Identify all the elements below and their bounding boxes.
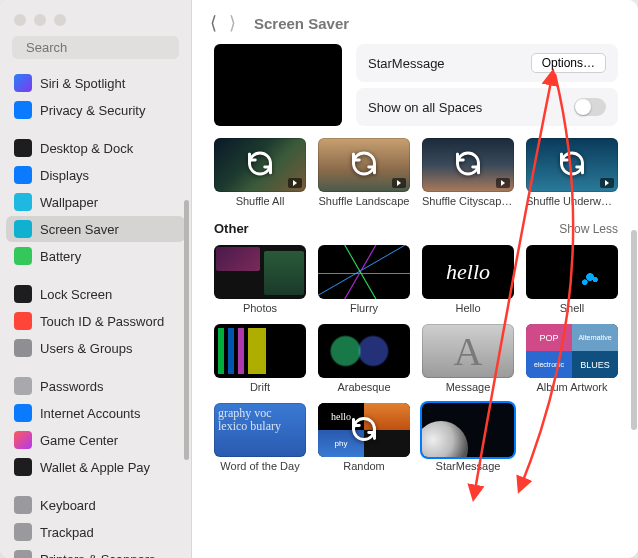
tile-thumbnail xyxy=(526,245,618,299)
saver-tile-album-artwork[interactable]: POPAlternativeelectronicBLUESAlbum Artwo… xyxy=(526,324,618,393)
tile-thumbnail xyxy=(214,245,306,299)
scrollbar-thumb[interactable] xyxy=(184,200,189,460)
play-icon xyxy=(392,178,406,188)
tile-thumbnail xyxy=(526,138,618,192)
sidebar-item-desktop-dock[interactable]: Desktop & Dock xyxy=(6,135,185,161)
sidebar-icon xyxy=(14,139,32,157)
preview-thumbnail[interactable] xyxy=(214,44,342,126)
sidebar-item-label: Screen Saver xyxy=(40,222,119,237)
shuffle-tile[interactable]: Shuffle Cityscape ↓ xyxy=(422,138,514,207)
sidebar-item-internet-accounts[interactable]: Internet Accounts xyxy=(6,400,185,426)
shuffle-tile[interactable]: Shuffle All xyxy=(214,138,306,207)
back-button[interactable]: ⟨ xyxy=(210,12,217,34)
saver-tile-photos[interactable]: Photos xyxy=(214,245,306,314)
saver-tile-random[interactable]: hellophyRandom xyxy=(318,403,410,472)
sidebar-item-label: Lock Screen xyxy=(40,287,112,302)
saver-tile-message[interactable]: AMessage xyxy=(422,324,514,393)
tile-label: Photos xyxy=(214,302,306,314)
play-icon xyxy=(600,178,614,188)
saver-tile-starmessage[interactable]: StarMessage xyxy=(422,403,514,472)
sidebar-item-lock-screen[interactable]: Lock Screen xyxy=(6,281,185,307)
saver-tile-arabesque[interactable]: Arabesque xyxy=(318,324,410,393)
sidebar-item-label: Battery xyxy=(40,249,81,264)
sidebar-icon xyxy=(14,220,32,238)
tile-label: Message xyxy=(422,381,514,393)
sidebar-icon xyxy=(14,550,32,558)
sidebar-item-wallpaper[interactable]: Wallpaper xyxy=(6,189,185,215)
shuffle-tile[interactable]: Shuffle Underwater ↓ xyxy=(526,138,618,207)
play-icon xyxy=(288,178,302,188)
saver-tile-shell[interactable]: Shell xyxy=(526,245,618,314)
tile-label: Shuffle All xyxy=(214,195,306,207)
saver-tile-flurry[interactable]: Flurry xyxy=(318,245,410,314)
tile-thumbnail: POPAlternativeelectronicBLUES xyxy=(526,324,618,378)
sidebar-item-trackpad[interactable]: Trackpad xyxy=(6,519,185,545)
sidebar-item-label: Wallet & Apple Pay xyxy=(40,460,150,475)
shuffle-tile[interactable]: Shuffle Landscape xyxy=(318,138,410,207)
sidebar-icon xyxy=(14,458,32,476)
tile-thumbnail xyxy=(422,403,514,457)
options-button[interactable]: Options… xyxy=(531,53,606,73)
sidebar-item-label: Keyboard xyxy=(40,498,96,513)
sidebar-item-game-center[interactable]: Game Center xyxy=(6,427,185,453)
sidebar-icon xyxy=(14,496,32,514)
sidebar-item-label: Passwords xyxy=(40,379,104,394)
sidebar-item-label: Internet Accounts xyxy=(40,406,140,421)
sidebar-item-displays[interactable]: Displays xyxy=(6,162,185,188)
window: Siri & SpotlightPrivacy & SecurityDeskto… xyxy=(0,0,638,558)
sidebar-item-siri-spotlight[interactable]: Siri & Spotlight xyxy=(6,70,185,96)
sidebar-scrollbar[interactable] xyxy=(184,80,189,508)
sidebar-item-label: Users & Groups xyxy=(40,341,132,356)
sidebar-icon xyxy=(14,312,32,330)
traffic-lights xyxy=(0,0,191,36)
sidebar-item-users-groups[interactable]: Users & Groups xyxy=(6,335,185,361)
sidebar-icon xyxy=(14,431,32,449)
tile-label: Arabesque xyxy=(318,381,410,393)
sidebar-item-keyboard[interactable]: Keyboard xyxy=(6,492,185,518)
sidebar-item-screen-saver[interactable]: Screen Saver xyxy=(6,216,185,242)
sidebar: Siri & SpotlightPrivacy & SecurityDeskto… xyxy=(0,0,192,558)
close-icon[interactable] xyxy=(14,14,26,26)
forward-button: ⟩ xyxy=(229,12,236,34)
sidebar-item-passwords[interactable]: Passwords xyxy=(6,373,185,399)
tile-label: Drift xyxy=(214,381,306,393)
sidebar-item-label: Touch ID & Password xyxy=(40,314,164,329)
tile-label: Shuffle Landscape xyxy=(318,195,410,207)
sidebar-icon xyxy=(14,101,32,119)
selected-name: StarMessage xyxy=(368,56,445,71)
saver-tile-drift[interactable]: Drift xyxy=(214,324,306,393)
tile-thumbnail xyxy=(214,324,306,378)
row-spaces: Show on all Spaces xyxy=(356,88,618,126)
sidebar-item-label: Desktop & Dock xyxy=(40,141,133,156)
sidebar-item-label: Game Center xyxy=(40,433,118,448)
play-icon xyxy=(496,178,510,188)
sidebar-item-privacy-security[interactable]: Privacy & Security xyxy=(6,97,185,123)
saver-tile-hello[interactable]: helloHello xyxy=(422,245,514,314)
tile-label: Hello xyxy=(422,302,514,314)
sidebar-item-printers-scanners[interactable]: Printers & Scanners xyxy=(6,546,185,558)
tile-label: StarMessage xyxy=(422,460,514,472)
tile-label: Shuffle Underwater ↓ xyxy=(526,195,618,207)
spaces-label: Show on all Spaces xyxy=(368,100,482,115)
minimize-icon[interactable] xyxy=(34,14,46,26)
sidebar-icon xyxy=(14,523,32,541)
tile-thumbnail xyxy=(318,138,410,192)
search-input[interactable] xyxy=(26,40,194,55)
selection-summary: StarMessage Options… Show on all Spaces xyxy=(214,44,618,126)
search-field[interactable] xyxy=(12,36,179,59)
sidebar-item-touch-id-password[interactable]: Touch ID & Password xyxy=(6,308,185,334)
show-less-button[interactable]: Show Less xyxy=(559,222,618,236)
tile-thumbnail: hello xyxy=(422,245,514,299)
sidebar-item-battery[interactable]: Battery xyxy=(6,243,185,269)
section-title: Other xyxy=(214,221,249,236)
tile-label: Shell xyxy=(526,302,618,314)
content: StarMessage Options… Show on all Spaces … xyxy=(192,42,638,558)
main-scrollbar[interactable] xyxy=(631,230,637,430)
spaces-toggle[interactable] xyxy=(574,98,606,116)
tile-thumbnail xyxy=(318,245,410,299)
zoom-icon[interactable] xyxy=(54,14,66,26)
sidebar-icon xyxy=(14,377,32,395)
sidebar-item-label: Trackpad xyxy=(40,525,94,540)
saver-tile-word-of-the-day[interactable]: graphy voc lexico bularyWord of the Day xyxy=(214,403,306,472)
sidebar-item-wallet-apple-pay[interactable]: Wallet & Apple Pay xyxy=(6,454,185,480)
